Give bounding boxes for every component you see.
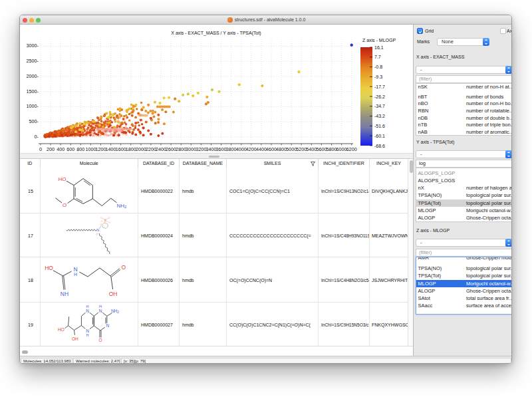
svg-text:H: H <box>86 333 88 337</box>
svg-text:N: N <box>106 323 109 328</box>
svg-text:600: 600 <box>66 146 74 152</box>
svg-text:1400: 1400 <box>106 146 116 152</box>
svg-text:O: O <box>98 338 102 342</box>
svg-text:2400: 2400 <box>156 146 166 152</box>
svg-text:2500-: 2500- <box>27 58 39 64</box>
svg-text:2000: 2000 <box>136 146 146 152</box>
svg-text:N: N <box>86 309 89 313</box>
svg-text:7.7: 7.7 <box>374 55 381 59</box>
svg-text:-17.7: -17.7 <box>374 84 385 89</box>
svg-text:1600: 1600 <box>116 146 126 152</box>
svg-text:6200: 6200 <box>346 146 357 152</box>
svg-text:NH2: NH2 <box>110 309 118 314</box>
svg-text:-0.8: -0.8 <box>374 65 382 69</box>
svg-text:O: O <box>62 202 66 208</box>
svg-text:3000-: 3000- <box>27 43 39 49</box>
svg-text:N: N <box>86 329 89 333</box>
svg-text:500-: 500- <box>29 118 39 124</box>
svg-text:Z axis - MLOGP: Z axis - MLOGP <box>362 38 396 43</box>
svg-text:S: S <box>104 219 106 222</box>
svg-text:HO: HO <box>45 265 53 271</box>
svg-text:-68.6: -68.6 <box>374 144 385 148</box>
svg-text:200: 200 <box>47 146 55 152</box>
svg-text:16.1: 16.1 <box>374 45 384 50</box>
svg-text:2600: 2600 <box>166 146 176 152</box>
svg-text:3600: 3600 <box>216 146 227 152</box>
svg-text:1200: 1200 <box>96 146 106 152</box>
svg-text:4400: 4400 <box>256 146 267 152</box>
svg-text:5800: 5800 <box>327 146 337 152</box>
svg-text:5600: 5600 <box>316 146 327 152</box>
svg-text:1000: 1000 <box>85 146 96 152</box>
svg-text:O: O <box>100 219 102 223</box>
svg-text:800: 800 <box>76 146 84 152</box>
svg-text:-43.2: -43.2 <box>374 114 385 118</box>
svg-text:6000: 6000 <box>336 146 347 152</box>
svg-text:HO: HO <box>58 327 65 332</box>
svg-text:H: H <box>86 305 88 309</box>
svg-text:2200: 2200 <box>146 146 156 152</box>
svg-text:-34.7: -34.7 <box>374 104 385 108</box>
svg-text:5400: 5400 <box>306 146 317 152</box>
svg-text:NH2: NH2 <box>116 203 127 209</box>
svg-text:3400: 3400 <box>206 146 217 152</box>
svg-text:5000: 5000 <box>286 146 297 152</box>
svg-text:-26.2: -26.2 <box>374 94 385 99</box>
svg-text:N: N <box>98 309 102 313</box>
svg-text:-9.3: -9.3 <box>374 74 382 79</box>
svg-text:0: 0 <box>39 146 42 152</box>
svg-text:4800: 4800 <box>276 146 287 152</box>
svg-text:1800: 1800 <box>126 146 136 152</box>
svg-text:3200: 3200 <box>196 146 206 152</box>
svg-text:H: H <box>73 272 76 277</box>
svg-text:4000: 4000 <box>236 146 247 152</box>
svg-text:2800: 2800 <box>176 146 186 152</box>
svg-text:O: O <box>121 264 126 271</box>
svg-text:HO: HO <box>58 176 66 182</box>
svg-text:O: O <box>108 216 110 219</box>
svg-text:1500-: 1500- <box>27 88 39 94</box>
svg-text:3000: 3000 <box>186 146 196 152</box>
svg-text:4600: 4600 <box>266 146 277 152</box>
svg-text:5200: 5200 <box>296 146 307 152</box>
svg-text:-51.6: -51.6 <box>374 124 385 128</box>
svg-text:X axis - EXACT_MASS / Y axis -: X axis - EXACT_MASS / Y axis - TPSA(Tot) <box>171 31 261 36</box>
svg-text:4200: 4200 <box>246 146 257 152</box>
svg-text:-60.1: -60.1 <box>374 134 385 138</box>
svg-text:3800: 3800 <box>226 146 237 152</box>
svg-text:OH: OH <box>108 291 117 297</box>
svg-text:2000-: 2000- <box>27 73 39 79</box>
svg-text:1000-: 1000- <box>27 103 39 109</box>
svg-text:O: O <box>108 221 110 224</box>
svg-text:NH: NH <box>60 291 68 297</box>
svg-text:400: 400 <box>57 146 65 152</box>
svg-text:N: N <box>96 228 99 232</box>
svg-text:OH: OH <box>71 336 78 341</box>
svg-text:O: O <box>100 223 102 226</box>
svg-text:H: H <box>99 305 102 309</box>
svg-text:0-: 0- <box>35 134 39 140</box>
